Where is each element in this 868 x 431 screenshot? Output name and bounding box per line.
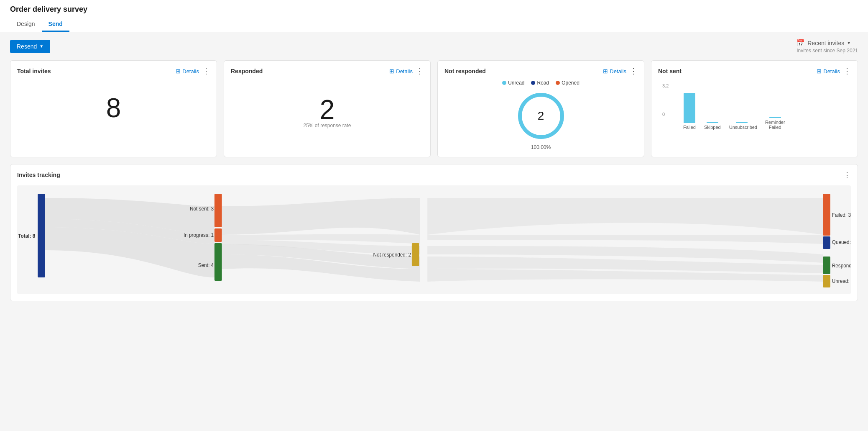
svg-rect-2	[38, 194, 45, 277]
total-invites-card: Total invites ⊞ Details ⋮ 8	[10, 60, 217, 157]
toolbar: Resend ▼ 📅 Recent invites ▼ Invites sent…	[0, 32, 868, 60]
y-label-low: 0	[662, 112, 669, 117]
donut-center-value: 2	[538, 109, 544, 123]
calendar-icon: 📅	[797, 39, 805, 47]
responded-details-button[interactable]: ⊞ Details	[389, 68, 413, 74]
sankey-diagram: Total: 8 Not sent: 3 In progress: 1 Sent…	[17, 185, 851, 294]
resend-label: Resend	[17, 43, 37, 50]
chevron-down-icon: ▼	[39, 44, 43, 49]
bar-unsubscribed: Unsubscribed	[729, 122, 754, 130]
y-label-high: 3.2	[662, 83, 669, 88]
bar-skipped-rect	[707, 122, 718, 123]
not-responded-title: Not responded	[444, 68, 486, 74]
opened-dot	[556, 81, 560, 85]
donut-chart: 2	[516, 91, 566, 141]
tracking-title: Invites tracking	[17, 172, 60, 178]
not-sent-details-button[interactable]: ⊞ Details	[817, 68, 840, 74]
legend-read: Read	[531, 80, 549, 86]
tracking-more-button[interactable]: ⋮	[843, 171, 851, 179]
chevron-down-icon: ▼	[847, 41, 851, 45]
table-icon: ⊞	[389, 68, 394, 74]
svg-text:Unread: 2: Unread: 2	[832, 278, 851, 284]
card-actions: ⊞ Details ⋮	[176, 67, 210, 75]
responded-sub: 25% of response rate	[303, 123, 351, 128]
table-icon: ⊞	[817, 68, 822, 74]
total-invites-value: 8	[17, 80, 210, 128]
svg-rect-10	[412, 243, 419, 266]
details-label: Details	[182, 68, 199, 74]
bar-chart: 3.2 0 Failed Skipped Unsubscribed	[658, 80, 851, 130]
bar-skipped-label: Skipped	[704, 125, 721, 130]
not-sent-card: Not sent ⊞ Details ⋮ 3.2 0 Failed	[651, 60, 858, 157]
card-header: Total invites ⊞ Details ⋮	[17, 67, 210, 75]
bar-chart-area: Failed Skipped Unsubscribed Reminder Fai…	[683, 97, 842, 130]
card-actions: ⊞ Details ⋮	[817, 67, 851, 75]
bar-unsubscribed-label: Unsubscribed	[729, 125, 754, 130]
svg-text:Sent: 4: Sent: 4	[198, 262, 214, 268]
responded-more-button[interactable]: ⋮	[416, 67, 424, 75]
not-responded-details-button[interactable]: ⊞ Details	[603, 68, 626, 74]
unread-dot	[502, 81, 506, 85]
recent-invites-label: Recent invites	[807, 40, 844, 46]
not-sent-more-button[interactable]: ⋮	[843, 67, 851, 75]
donut-percentage: 100.00%	[531, 144, 551, 150]
details-label: Details	[610, 68, 626, 74]
card-actions: ⊞ Details ⋮	[603, 67, 637, 75]
page-title: Order delivery survey	[10, 5, 858, 14]
bar-reminder-failed: Reminder Failed	[763, 117, 788, 130]
svg-rect-16	[823, 257, 830, 274]
responded-title: Responded	[231, 68, 263, 74]
total-invites-more-button[interactable]: ⋮	[202, 67, 210, 75]
tab-send[interactable]: Send	[42, 17, 69, 32]
svg-text:In progress: 1: In progress: 1	[184, 232, 214, 238]
not-sent-title: Not sent	[658, 68, 682, 74]
bar-unsubscribed-rect	[736, 122, 748, 123]
tracking-header: Invites tracking ⋮	[17, 171, 851, 179]
not-responded-more-button[interactable]: ⋮	[630, 67, 637, 75]
bar-failed-rect	[684, 93, 695, 123]
details-label: Details	[823, 68, 840, 74]
total-invites-details-button[interactable]: ⊞ Details	[176, 68, 199, 74]
resend-button[interactable]: Resend ▼	[10, 40, 50, 53]
svg-text:Not sent: 3: Not sent: 3	[190, 206, 214, 212]
svg-rect-4	[214, 194, 222, 227]
svg-rect-18	[823, 275, 830, 287]
read-dot	[531, 81, 535, 85]
card-header: Not sent ⊞ Details ⋮	[658, 67, 851, 75]
bar-failed-label: Failed	[683, 125, 696, 130]
svg-rect-12	[823, 194, 830, 236]
y-axis: 3.2 0	[662, 83, 669, 117]
page-header: Order delivery survey Design Send	[0, 0, 868, 32]
tab-bar: Design Send	[10, 17, 858, 32]
svg-rect-8	[214, 243, 222, 281]
bar-reminder-failed-label: Reminder Failed	[763, 120, 788, 130]
svg-text:Not responded: 2: Not responded: 2	[373, 252, 411, 258]
svg-text:Responded: 2: Responded: 2	[832, 263, 851, 269]
card-header: Responded ⊞ Details ⋮	[231, 67, 424, 75]
svg-rect-6	[214, 228, 222, 242]
svg-text:Total: 8: Total: 8	[18, 233, 35, 239]
responded-card: Responded ⊞ Details ⋮ 2 25% of response …	[224, 60, 431, 157]
recent-invites-button[interactable]: 📅 Recent invites ▼	[797, 39, 858, 47]
bar-skipped: Skipped	[704, 122, 721, 130]
sankey-svg: Total: 8 Not sent: 3 In progress: 1 Sent…	[17, 185, 851, 294]
legend-unread: Unread	[502, 80, 524, 86]
svg-text:Failed: 3: Failed: 3	[832, 212, 851, 218]
tab-design[interactable]: Design	[10, 17, 42, 32]
card-actions: ⊞ Details ⋮	[389, 67, 424, 75]
responded-content: 2 25% of response rate	[231, 80, 424, 139]
responded-value: 2	[320, 90, 335, 127]
total-invites-title: Total invites	[17, 68, 51, 74]
details-label: Details	[396, 68, 413, 74]
recent-invites-wrapper: 📅 Recent invites ▼ Invites sent since Se…	[797, 39, 858, 54]
unread-label: Unread	[508, 80, 524, 86]
donut-legend: Unread Read Opened	[502, 80, 580, 86]
not-responded-card: Not responded ⊞ Details ⋮ Unread Read	[437, 60, 644, 157]
opened-label: Opened	[562, 80, 580, 86]
legend-opened: Opened	[556, 80, 580, 86]
svg-rect-14	[823, 236, 830, 249]
not-responded-chart: Unread Read Opened 2 100.00%	[444, 80, 637, 150]
svg-text:Queued: 1: Queued: 1	[832, 239, 851, 245]
read-label: Read	[537, 80, 549, 86]
invites-since-label: Invites sent since Sep 2021	[797, 48, 858, 54]
